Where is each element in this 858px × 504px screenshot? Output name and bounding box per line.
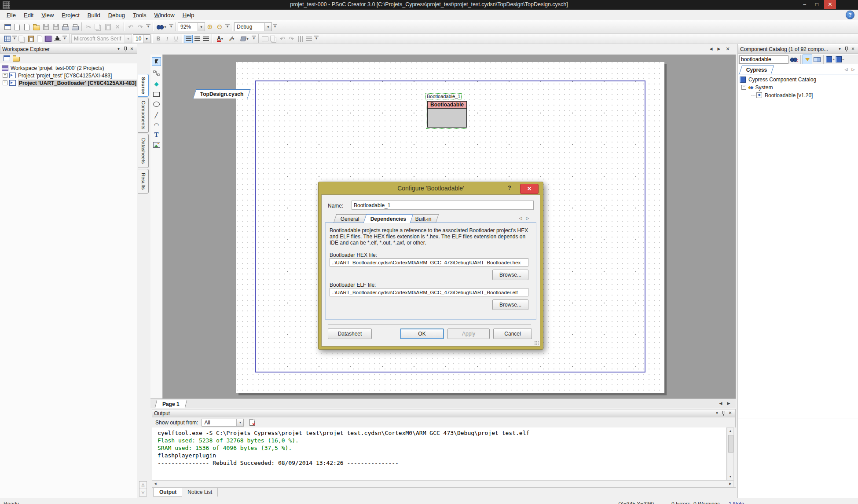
- menu-help[interactable]: Help: [179, 11, 198, 20]
- side-tab-components[interactable]: Components: [138, 98, 149, 133]
- catalog-search-input[interactable]: [739, 55, 788, 64]
- close-panel-icon[interactable]: ✕: [128, 46, 135, 52]
- maximize-button[interactable]: □: [811, 0, 823, 9]
- copy-button[interactable]: [93, 22, 103, 32]
- tab-output[interactable]: Output: [154, 488, 182, 497]
- apply-button[interactable]: Apply: [447, 329, 490, 339]
- cancel-button[interactable]: Cancel: [493, 329, 532, 339]
- new-project-button[interactable]: [3, 22, 12, 32]
- menu-build[interactable]: Build: [84, 11, 104, 20]
- font-color-button[interactable]: A▾: [214, 35, 226, 43]
- redo-button[interactable]: ↷: [136, 22, 145, 32]
- bold-button[interactable]: B: [154, 35, 163, 43]
- close-panel-icon[interactable]: ✕: [727, 410, 733, 416]
- save-all-button[interactable]: [51, 22, 61, 32]
- delete-button[interactable]: ✕: [113, 22, 122, 32]
- dialog-tab-right-icon[interactable]: ▷: [524, 215, 531, 222]
- cut-button[interactable]: ✂: [84, 22, 93, 32]
- open-datasheet-button[interactable]: [812, 55, 822, 64]
- datasheet-button[interactable]: Datasheet: [328, 329, 372, 339]
- diamond-tool-button[interactable]: ◆: [152, 79, 161, 88]
- dialog-tab-dependencies[interactable]: Dependencies: [363, 214, 414, 223]
- tree-row-project-2[interactable]: + Project 'UART_Bootloader' [CY8C4125AXI…: [3, 79, 137, 87]
- toolbar-overflow-button[interactable]: ▾: [225, 24, 230, 30]
- align-left-button[interactable]: [184, 35, 193, 43]
- pin-icon[interactable]: [122, 46, 128, 52]
- bootloadable-component[interactable]: Bootloadable: [426, 100, 468, 129]
- rotate-left-button[interactable]: ↶: [278, 35, 287, 43]
- save-button[interactable]: [41, 22, 51, 32]
- undo-button[interactable]: ↶: [126, 22, 136, 32]
- find-button[interactable]: ▾: [155, 22, 168, 32]
- scroll-down-icon[interactable]: ▽: [139, 489, 147, 497]
- ok-button[interactable]: OK: [400, 329, 444, 339]
- collapse-all-button[interactable]: −: [835, 55, 845, 64]
- scrollbar-thumb[interactable]: [728, 435, 733, 453]
- device-button[interactable]: [44, 35, 53, 43]
- dialog-tab-left-icon[interactable]: ◁: [517, 215, 524, 222]
- catalog-tab-cypress[interactable]: Cypress: [739, 66, 774, 74]
- text-tool-button[interactable]: T: [152, 130, 161, 139]
- catalog-tab-right-icon[interactable]: ▷: [850, 66, 857, 73]
- collapse-folders-button[interactable]: [11, 54, 21, 63]
- wire-tool-button[interactable]: [152, 69, 161, 77]
- add-file-button[interactable]: [22, 22, 32, 32]
- chevron-down-icon[interactable]: ▾: [714, 410, 720, 416]
- print-preview-button[interactable]: [70, 22, 80, 32]
- catalog-root-row[interactable]: Cypress Component Catalog: [740, 76, 816, 83]
- debug-bug-button[interactable]: [53, 35, 62, 43]
- tree-row-project-1[interactable]: + Project 'projet_test' [CY8C4125AXI-483…: [3, 72, 112, 79]
- toolbar-overflow-button[interactable]: ▾: [146, 24, 150, 30]
- align-right-button[interactable]: [202, 35, 210, 43]
- output-filter-combobox[interactable]: All ▾: [202, 419, 244, 427]
- help-icon[interactable]: ?: [846, 11, 854, 19]
- side-tab-datasheets[interactable]: Datasheets: [138, 134, 149, 168]
- flip-horizontal-button[interactable]: [296, 35, 304, 43]
- search-clear-button[interactable]: ✕: [788, 55, 799, 64]
- scroll-up-icon[interactable]: ▲: [727, 428, 733, 434]
- config-combobox[interactable]: Debug ▾: [234, 22, 272, 31]
- expand-icon[interactable]: +: [3, 73, 7, 78]
- underline-button[interactable]: U: [172, 35, 180, 43]
- scroll-up-icon[interactable]: △: [139, 481, 147, 489]
- close-panel-icon[interactable]: ✕: [850, 46, 856, 52]
- fill-color-button[interactable]: ▾: [238, 35, 251, 43]
- tab-close-icon[interactable]: ✕: [724, 46, 731, 53]
- zoom-in-button[interactable]: ⊕: [205, 22, 215, 32]
- menu-tools[interactable]: Tools: [129, 11, 150, 20]
- output-console[interactable]: cyelftool.exe -S C:\Projets_Cypress\proj…: [152, 427, 727, 480]
- toolbar-overflow-button[interactable]: ▾: [169, 24, 173, 30]
- italic-button[interactable]: I: [163, 35, 172, 43]
- group-button[interactable]: [269, 35, 278, 43]
- page-scroll-left-icon[interactable]: ◀: [717, 400, 724, 407]
- arrange-shape-button[interactable]: [260, 35, 269, 43]
- page-1-tab[interactable]: Page 1: [155, 400, 187, 408]
- tab-scroll-left-icon[interactable]: ◀: [708, 46, 715, 53]
- scroll-down-icon[interactable]: ▼: [727, 474, 733, 480]
- output-vertical-scrollbar[interactable]: ▲ ▼: [727, 427, 734, 480]
- elf-file-input[interactable]: [330, 288, 528, 296]
- zoom-out-button[interactable]: ⊖: [215, 22, 224, 32]
- image-tool-button[interactable]: [152, 140, 161, 149]
- dialog-close-button[interactable]: ✕: [520, 184, 539, 194]
- line-color-button[interactable]: ▾: [226, 35, 238, 43]
- print-button[interactable]: [61, 22, 70, 32]
- resize-grip[interactable]: [534, 340, 539, 345]
- rectangle-tool-button[interactable]: [152, 90, 161, 99]
- hex-browse-button[interactable]: Browse...: [492, 270, 528, 280]
- sheets-button[interactable]: [26, 35, 35, 43]
- elf-browse-button[interactable]: Browse...: [492, 299, 528, 310]
- menu-debug[interactable]: Debug: [104, 11, 129, 20]
- expand-icon[interactable]: +: [3, 80, 7, 85]
- copy-add-button[interactable]: [35, 35, 44, 43]
- close-button[interactable]: ✕: [824, 0, 836, 9]
- tab-topdesign[interactable]: TopDesign.cysch: [193, 89, 251, 99]
- toolbar-overflow-button[interactable]: ▾: [62, 36, 67, 42]
- new-file-button[interactable]: [12, 22, 22, 32]
- wire-grid-button[interactable]: [3, 35, 11, 43]
- pin-icon[interactable]: [843, 46, 850, 52]
- scroll-right-icon[interactable]: ▶: [727, 481, 733, 487]
- catalog-bootloadable-row[interactable]: ◆ Bootloadable [v1.20]: [751, 91, 813, 99]
- tab-notice-list[interactable]: Notice List: [182, 488, 218, 497]
- font-name-combobox[interactable]: Microsoft Sans Serif ▾: [71, 34, 132, 43]
